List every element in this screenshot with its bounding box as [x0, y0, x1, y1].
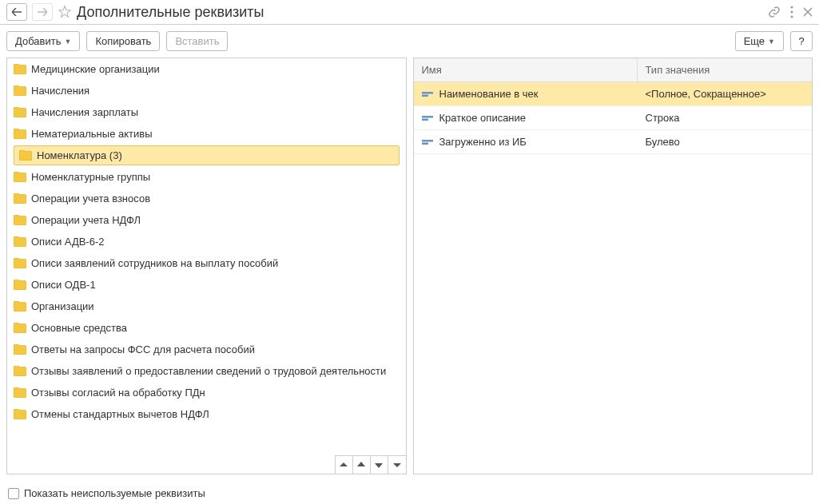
row-name: Краткое описание — [439, 112, 527, 124]
tree-item[interactable]: Описи заявлений сотрудников на выплату п… — [7, 252, 406, 274]
tree-item[interactable]: Номенклатура (3) — [14, 145, 400, 165]
tree-item[interactable]: Начисления зарплаты — [7, 101, 406, 123]
folder-icon — [14, 129, 26, 139]
row-type: <Полное, Сокращенное> — [638, 82, 813, 105]
table-row[interactable]: Загруженно из ИББулево — [414, 130, 813, 154]
link-icon[interactable] — [768, 6, 781, 18]
row-type: Булево — [638, 130, 813, 153]
tree-item[interactable]: Отзывы согласий на обработку ПДн — [7, 382, 406, 403]
column-header-type[interactable]: Тип значения — [638, 58, 813, 81]
toolbar: Добавить▼ Копировать Вставить Еще▼ ? — [0, 25, 819, 58]
main-content: Медицинские организацииНачисленияНачисле… — [0, 58, 819, 481]
more-button[interactable]: Еще▼ — [735, 31, 784, 51]
tree-item-label: Ответы на запросы ФСС для расчета пособи… — [31, 343, 255, 355]
tree-item[interactable]: Описи АДВ-6-2 — [7, 231, 406, 252]
titlebar: Дополнительные реквизиты — [0, 0, 819, 25]
forward-button[interactable] — [32, 3, 53, 21]
tree-item-label: Отмены стандартных вычетов НДФЛ — [31, 408, 209, 420]
tree-item-label: Основные средства — [31, 322, 127, 334]
tree-item-label: Описи заявлений сотрудников на выплату п… — [31, 257, 278, 269]
folder-icon — [14, 323, 26, 333]
tree-item[interactable]: Начисления — [7, 80, 406, 101]
tree-item-label: Начисления зарплаты — [31, 106, 138, 118]
help-button[interactable]: ? — [790, 31, 813, 51]
tree-item-label: Описи АДВ-6-2 — [31, 236, 104, 248]
tree-item[interactable]: Медицинские организации — [7, 58, 406, 80]
folder-icon — [19, 150, 32, 161]
row-name: Загруженно из ИБ — [439, 136, 527, 148]
folder-icon — [14, 236, 26, 247]
attributes-panel: Имя Тип значения Наименование в чек<Полн… — [413, 58, 813, 474]
folder-icon — [14, 85, 26, 96]
svg-rect-4 — [422, 94, 428, 97]
svg-point-2 — [791, 16, 793, 18]
folder-icon — [14, 280, 26, 290]
nav-down-icon[interactable] — [371, 456, 388, 474]
tree-nav-controls — [335, 455, 406, 474]
folder-icon — [14, 172, 26, 182]
tree-item-label: Организации — [31, 300, 94, 312]
svg-rect-8 — [422, 142, 428, 145]
page-title: Дополнительные реквизиты — [77, 4, 264, 21]
svg-point-1 — [791, 11, 793, 14]
attribute-icon — [422, 116, 433, 121]
tree-item-label: Начисления — [31, 85, 89, 97]
row-name: Наименование в чек — [439, 88, 539, 100]
tree-item[interactable]: Отзывы заявлений о предоставлении сведен… — [7, 360, 406, 382]
folder-icon — [14, 409, 26, 419]
svg-rect-7 — [422, 140, 433, 142]
show-unused-label: Показать неиспользуемые реквизиты — [24, 487, 205, 499]
tree-item[interactable]: Нематериальные активы — [7, 123, 406, 145]
back-button[interactable] — [6, 3, 27, 21]
folder-icon — [14, 366, 26, 376]
tree-item-label: Номенклатурные группы — [31, 171, 150, 183]
tree-item[interactable]: Организации — [7, 296, 406, 317]
tree-panel: Медицинские организацииНачисленияНачисле… — [6, 58, 407, 474]
favorite-icon[interactable] — [58, 5, 72, 19]
folder-icon — [14, 344, 26, 355]
tree-item-label: Отзывы согласий на обработку ПДн — [31, 387, 205, 399]
tree-item-label: Медицинские организации — [31, 63, 160, 75]
nav-top-icon[interactable] — [336, 456, 353, 474]
folder-icon — [14, 64, 26, 74]
footer: Показать неиспользуемые реквизиты — [0, 481, 819, 504]
svg-point-0 — [791, 6, 793, 9]
show-unused-checkbox[interactable] — [8, 488, 19, 499]
row-type: Строка — [638, 106, 813, 129]
close-icon[interactable] — [803, 7, 813, 17]
tree-item[interactable]: Отмены стандартных вычетов НДФЛ — [7, 403, 406, 425]
folder-icon — [14, 107, 26, 117]
tree-item[interactable]: Операции учета взносов — [7, 188, 406, 209]
folder-icon — [14, 301, 26, 312]
table-row[interactable]: Наименование в чек<Полное, Сокращенное> — [414, 82, 813, 106]
svg-rect-3 — [422, 92, 433, 94]
svg-rect-5 — [422, 116, 433, 118]
nav-bottom-icon[interactable] — [388, 456, 406, 474]
tree-item-label: Операции учета НДФЛ — [31, 214, 141, 226]
tree-item[interactable]: Номенклатурные группы — [7, 166, 406, 188]
nav-up-icon[interactable] — [353, 456, 371, 474]
folder-icon — [14, 193, 26, 204]
folder-icon — [14, 258, 26, 268]
kebab-menu-icon[interactable] — [790, 6, 793, 18]
attribute-icon — [422, 140, 433, 145]
attribute-icon — [422, 92, 433, 97]
folder-icon — [14, 215, 26, 225]
tree-item-label: Отзывы заявлений о предоставлении сведен… — [31, 365, 386, 377]
column-header-name[interactable]: Имя — [414, 58, 638, 81]
tree-item[interactable]: Основные средства — [7, 317, 406, 339]
tree-item-label: Нематериальные активы — [31, 128, 153, 140]
copy-button[interactable]: Копировать — [86, 31, 160, 51]
table-header: Имя Тип значения — [414, 58, 813, 82]
paste-button[interactable]: Вставить — [166, 31, 228, 51]
tree-item[interactable]: Ответы на запросы ФСС для расчета пособи… — [7, 339, 406, 360]
tree-item[interactable]: Операции учета НДФЛ — [7, 209, 406, 231]
tree-item-label: Операции учета взносов — [31, 192, 150, 204]
svg-rect-6 — [422, 118, 428, 121]
table-row[interactable]: Краткое описаниеСтрока — [414, 106, 813, 130]
add-button[interactable]: Добавить▼ — [6, 31, 80, 51]
tree-item[interactable]: Описи ОДВ-1 — [7, 274, 406, 296]
tree-item-label: Номенклатура (3) — [37, 149, 122, 161]
tree-item-label: Описи ОДВ-1 — [31, 279, 96, 291]
folder-icon — [14, 387, 26, 398]
